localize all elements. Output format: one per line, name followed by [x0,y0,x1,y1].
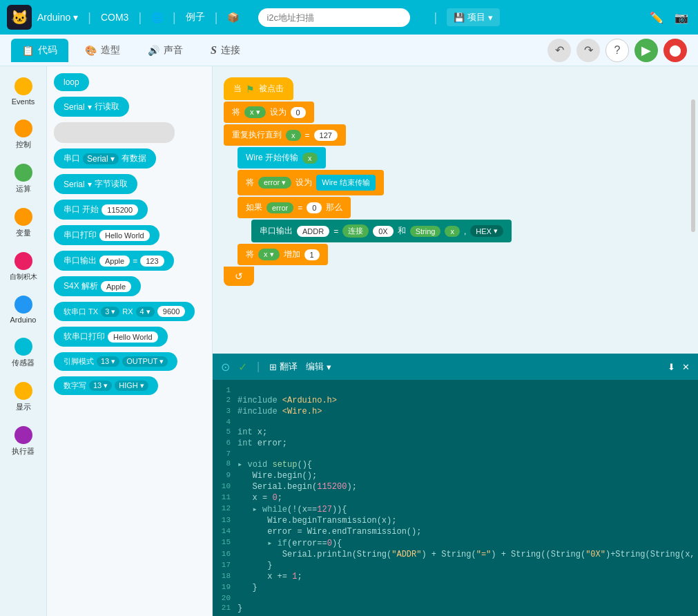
block-serial-byte[interactable]: Serial ▾ 字节读取 [54,174,205,194]
download-icon: ⬇ [668,362,675,372]
blocks-panel: loop Serial ▾ 行读取 串口 Serial ▾ 有数据 Serial… [47,66,213,616]
search-input[interactable] [258,8,410,27]
serial-byte-block[interactable]: Serial ▾ 字节读取 [54,174,137,194]
wire-end-block: Wire 结束传输 [316,175,376,191]
line-content-16: Serial.println(String("ADDR") + String("… [237,550,698,559]
block-serial-begin[interactable]: 串口 开始 115200 [54,200,205,220]
serial-dropdown[interactable]: Serial ▾ 行读取 [54,97,129,117]
run-button[interactable]: ▶ [634,39,658,62]
block-s4x[interactable]: S4X 解析 Apple [54,276,205,296]
tab-sound[interactable]: 🔊 声音 [137,39,194,62]
block-digital-write[interactable]: 数字写 13 ▾ HIGH ▾ [54,376,205,395]
sidebar-item-sensors[interactable]: 传感器 [0,334,46,372]
globe-btn[interactable]: 🌐 [151,12,163,23]
s4x-block[interactable]: S4X 解析 Apple [54,276,141,296]
line-num-21: 21 [213,604,237,613]
sensors-circle [14,338,32,356]
edit-chevron-icon: ▾ [327,362,331,372]
app-logo[interactable]: 🐱 [7,5,32,30]
editor-toolbar: ⊙ ✓ | ⊞ 翻译 编辑 ▾ ⬇ ✕ [213,354,698,380]
examples-btn[interactable]: 例子 [186,11,205,23]
close-editor-btn[interactable]: ✕ [682,362,690,372]
project-menu[interactable]: 💾 项目 ▾ [447,8,500,26]
edit-btn[interactable]: 编辑 ▾ [306,360,331,373]
redo-button[interactable]: ↷ [576,39,600,62]
serial-data-block[interactable]: 串口 Serial ▾ 有数据 [54,148,156,169]
block-serial-line[interactable]: Serial ▾ 行读取 [54,97,205,117]
line-content-14: error = Wire.endTransmission(); [237,527,421,537]
serial-begin-block[interactable]: 串口 开始 115200 [54,200,148,220]
set-val: 0 [291,107,306,118]
sidebar-item-operators[interactable]: 运算 [0,160,46,198]
sidebar-item-events[interactable]: Events [0,73,46,110]
block-loop[interactable]: loop [54,73,205,91]
block-icon[interactable]: 📦 [227,12,239,23]
top-navbar: 🐱 Arduino ▾ | COM3 | 🌐 | 例子 | 📦 | 💾 项目 ▾… [0,0,698,35]
close-icon: ✕ [682,362,690,372]
block-serial-out[interactable]: 串口输出 Apple = 123 [54,251,205,271]
digital-write-block[interactable]: 数字写 13 ▾ HIGH ▾ [54,376,158,395]
line-content-9: Wire.begin(); [237,471,317,481]
arduino-label-sidebar: Arduino [10,316,37,324]
operators-circle [14,164,32,182]
pin-mode-block[interactable]: 引脚模式 13 ▾ OUTPUT ▾ [54,352,177,371]
code-line-4: 4 [213,417,698,427]
divider-4: | [215,10,218,25]
serial-out-block[interactable]: 串口输出 Apple = 123 [54,251,174,271]
operators-label: 运算 [16,184,31,194]
block-serial-print[interactable]: 串口打印 Hello World [54,225,205,245]
set-as-2: 设为 [295,177,312,189]
sidebar-item-arduino[interactable]: Arduino [0,291,46,328]
download-btn[interactable]: ⬇ [668,362,675,372]
sidebar-item-executor[interactable]: 执行器 [0,422,46,461]
workspace-scrollbar[interactable] [691,99,695,232]
tab-code[interactable]: 📋 代码 [11,39,68,62]
arduino-circle [14,296,32,314]
line-num-15: 15 [213,538,237,548]
soft-print-block[interactable]: 软串口打印 Hello World [54,327,168,347]
tab-code-icon: 📋 [22,45,34,56]
line-num-20: 20 [213,594,237,602]
tab-connect[interactable]: S 连接 [200,39,251,62]
camera-icon-btn[interactable]: 📷 [672,8,691,27]
hex-dropdown[interactable]: HEX ▾ [470,225,503,237]
code-line-11: 11 x = 0; [213,492,698,503]
code-line-21: 21 } [213,603,698,614]
com-port: COM3 [101,12,128,23]
hex-chevron-icon: ▾ [494,227,498,235]
line-content-15: ▸ if(error==0){ [237,538,342,548]
serial-print-block[interactable]: 串口打印 Hello World [54,225,159,245]
sidebar-item-control[interactable]: 控制 [0,115,46,154]
if-then: 那么 [326,202,342,213]
loop-block[interactable]: loop [54,73,89,91]
wire-start-block: Wire 开始传输 x [237,147,326,169]
block-soft-print[interactable]: 软串口打印 Hello World [54,327,205,347]
line-num-4: 4 [213,418,237,426]
translate-btn[interactable]: ⊞ 翻译 [269,360,298,373]
arduino-menu[interactable]: Arduino ▾ [37,12,78,23]
editor-content[interactable]: 1 2 #include <Arduino.h> 3 #include <Wir… [213,380,698,615]
serial-out-label: 串口输出 [260,225,293,237]
stop-button[interactable]: ⬤ [663,39,687,62]
scratch-workspace[interactable]: 当 ⚑ 被点击 将 x ▾ 设为 0 重复执行直到 x = 127 [213,66,698,398]
soft-serial-block[interactable]: 软串口 TX 3 ▾ RX 4 ▾ 9600 [54,302,195,321]
sidebar-item-display[interactable]: 显示 [0,378,46,416]
incr-action: 增加 [284,249,300,260]
tab-model[interactable]: 🎨 造型 [74,39,131,62]
sidebar-item-custom[interactable]: 自制积木 [0,248,46,286]
tab-connect-label: 连接 [221,44,240,57]
x-label: x [445,226,460,237]
block-pin-mode[interactable]: 引脚模式 13 ▾ OUTPUT ▾ [54,352,205,371]
repeat-label: 重复执行直到 [232,129,282,141]
variables-label: 变量 [16,228,31,238]
help-button[interactable]: ? [605,39,629,62]
set-label: 将 [232,106,240,118]
code-line-19: 19 } [213,582,698,593]
line-content-18: x += 1; [237,572,302,581]
wire-x-var: x [302,153,318,164]
edit-icon-btn[interactable]: ✏️ [647,8,666,27]
block-serial-data[interactable]: 串口 Serial ▾ 有数据 [54,148,205,169]
block-soft-serial[interactable]: 软串口 TX 3 ▾ RX 4 ▾ 9600 [54,302,205,321]
undo-button[interactable]: ↶ [547,39,571,62]
sidebar-item-variables[interactable]: 变量 [0,204,46,242]
